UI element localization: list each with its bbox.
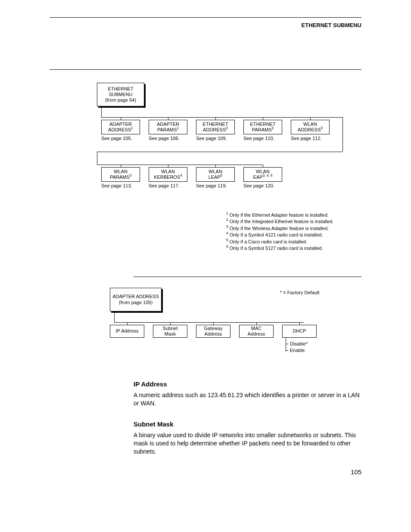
- d2-l2: Mask: [165, 331, 176, 337]
- row1-see: See page 105.: [101, 136, 132, 141]
- rule: [134, 277, 361, 277]
- footnotes-block: 1 Only if the Ethernet Adapter feature i…: [32, 212, 361, 264]
- dhcp-opt: Enable: [290, 348, 305, 353]
- row2-label2: LEAP5: [209, 174, 223, 180]
- running-header: ETHERNET SUBMENU: [50, 22, 361, 28]
- bus-row2: [97, 165, 263, 165]
- bus-row1: [101, 117, 342, 118]
- vline: [342, 126, 343, 152]
- d2-box: Subnet Mask: [153, 325, 187, 338]
- root-label-2: ADAPTER ADDRESS: [112, 294, 159, 299]
- root-from-2: (from page 105): [119, 300, 153, 305]
- root-label: ETHERNET SUBMENU: [99, 86, 142, 97]
- footnote: 3 Only if the Wireless Adapter feature i…: [226, 225, 333, 232]
- root-box: ETHERNET SUBMENU (from page 64): [97, 83, 144, 106]
- row2-see: See page 119.: [196, 183, 227, 188]
- ethernet-submenu-diagram: ETHERNET SUBMENU (from page 64) ADAPTER …: [32, 78, 361, 212]
- rule-top: [50, 17, 361, 18]
- row2-see: See page 120.: [243, 183, 274, 188]
- d2-l2: Address: [205, 331, 222, 337]
- row2-see: See page 117.: [149, 183, 180, 188]
- row1-label2: ADDRESS1: [108, 127, 133, 133]
- footnote: 2 Only if the Integrated Ethernet featur…: [226, 218, 333, 225]
- row1-label2: ADDRESS3: [298, 127, 323, 133]
- d2-l1: IP Address: [116, 328, 139, 334]
- row1-see: See page 109.: [196, 136, 227, 141]
- row2-box: WLAN EAP3, 4, 6: [243, 167, 282, 182]
- row1-label2: PARAMS1: [157, 127, 179, 133]
- row1-box: ETHERNET PARAMS2: [243, 120, 282, 134]
- row2-label2: PARAMS3: [110, 174, 131, 180]
- d2-box: MAC Address: [239, 325, 274, 338]
- d2-box: DHCP: [282, 325, 317, 338]
- ip-body: A numeric address such as 123.45.61.23 w…: [134, 391, 361, 408]
- d2-box: Gateway Address: [196, 325, 230, 338]
- d2-l1: MAC: [251, 326, 262, 331]
- row2-label: WLAN: [161, 169, 175, 174]
- row2-box: WLAN PARAMS3: [101, 167, 140, 182]
- htick: [286, 350, 288, 351]
- row2-label2: KERBEROS4: [154, 174, 182, 180]
- row1-label2: ADDRESS2: [203, 127, 228, 133]
- bus-row: [114, 322, 304, 323]
- root-from: (from page 64): [105, 97, 136, 103]
- footnote: 1 Only if the Ethernet Adapter feature i…: [226, 212, 333, 218]
- row2-see: See page 113.: [101, 183, 132, 188]
- row1-box: WLAN ADDRESS3: [291, 120, 330, 134]
- row1-box: ETHERNET ADDRESS2: [196, 120, 235, 134]
- vline: [114, 313, 115, 322]
- factory-default-note: * = Factory Default: [280, 290, 319, 295]
- ip-section: IP Address A numeric address such as 123…: [134, 380, 361, 455]
- row2-label: WLAN: [114, 169, 128, 174]
- vline: [342, 117, 343, 126]
- row1-label: ADAPTER: [157, 121, 179, 127]
- subnet-heading: Subnet Mask: [134, 420, 361, 428]
- d2-l1: DHCP: [293, 328, 306, 334]
- row2-box: WLAN LEAP5: [196, 167, 235, 182]
- d2-box: IP Address: [110, 325, 144, 338]
- row1-box: ADAPTER PARAMS1: [149, 120, 187, 134]
- row2-label2: EAP3, 4, 6: [253, 174, 273, 180]
- ip-heading: IP Address: [134, 380, 361, 388]
- htick: [286, 344, 288, 344]
- dhcp-opt: Disable*: [290, 341, 308, 346]
- vline: [97, 152, 97, 165]
- row1-label: ETHERNET: [202, 121, 228, 127]
- adapter-address-section: ADAPTER ADDRESS: [134, 277, 361, 281]
- rule-under-header: [50, 69, 361, 70]
- footnote: 5 Only if a Cisco radio card is installe…: [226, 239, 333, 245]
- page-number: 105: [50, 468, 361, 476]
- footnote: 6 Only if a Symbol 5127 radio card is in…: [226, 245, 333, 252]
- row1-label2: PARAMS2: [252, 127, 274, 133]
- vline: [286, 338, 286, 352]
- root-box-2: ADAPTER ADDRESS (from page 105): [110, 288, 162, 311]
- row2-box: WLAN KERBEROS4: [149, 167, 187, 182]
- page: ETHERNET SUBMENU ETHERNET SUBMENU ETHERN…: [0, 0, 411, 493]
- footnote: 4 Only if a Symbol 4121 radio card is in…: [226, 232, 333, 238]
- row1-see: See page 112.: [291, 136, 322, 141]
- row1-label: ADAPTER: [109, 121, 132, 127]
- d2-l1: Gateway: [204, 326, 222, 331]
- d2-l1: Subnet: [163, 326, 178, 331]
- vline: [101, 108, 102, 117]
- footnotes: 1 Only if the Ethernet Adapter feature i…: [226, 212, 333, 252]
- d2-l2: Address: [248, 331, 265, 337]
- adapter-address-diagram: * = Factory Default ADAPTER ADDRESS (fro…: [32, 281, 361, 367]
- subnet-body: A binary value used to divide IP network…: [134, 431, 361, 456]
- row1-see: See page 110.: [243, 136, 274, 141]
- row1-label: WLAN: [303, 121, 317, 127]
- hline: [97, 152, 342, 152]
- row1-box: ADAPTER ADDRESS1: [101, 120, 140, 134]
- row1-see: See page 106.: [149, 136, 180, 141]
